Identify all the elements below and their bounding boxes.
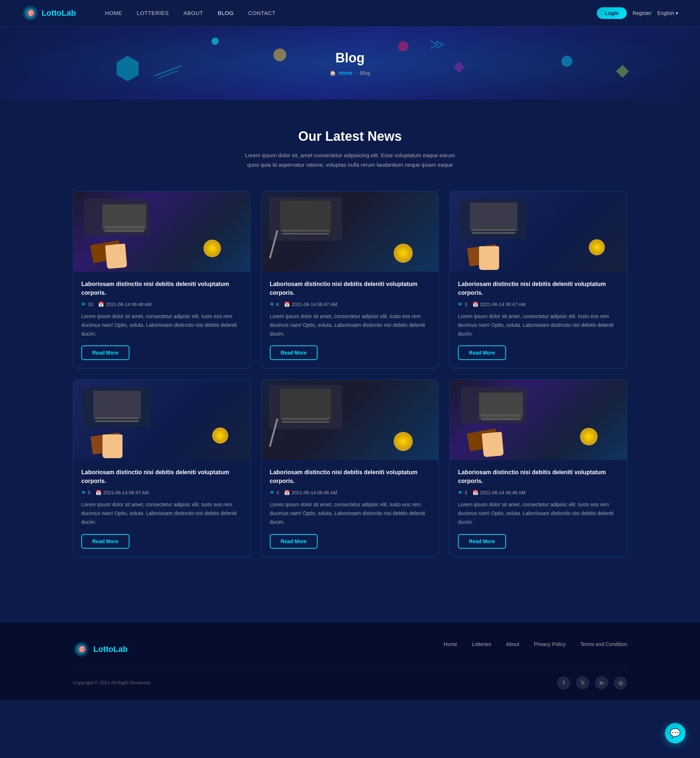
date-meta-2: 📅 2021-06-14 06:47 AM	[284, 302, 337, 307]
svg-text:🎯: 🎯	[27, 9, 35, 17]
section-header: Our Latest News Lorem ipsum dolor sit, a…	[73, 129, 627, 169]
footer-link-privacy[interactable]: Privacy Policy	[534, 641, 566, 647]
nav-links: HOME LOTTERIES ABOUT BLOG CONTACT	[105, 10, 597, 16]
eye-icon-4: 👁	[81, 490, 86, 495]
read-more-button-3[interactable]: Read More	[458, 345, 506, 360]
instagram-icon[interactable]: ◎	[614, 676, 627, 689]
footer-link-lotteries[interactable]: Lotteries	[472, 641, 491, 647]
deco-line-1	[154, 65, 181, 76]
blog-card-2: Laboriosam distinctio nisi debitis delen…	[261, 191, 439, 368]
register-button[interactable]: Register	[633, 10, 652, 16]
facebook-icon[interactable]: f	[557, 676, 570, 689]
nav-home[interactable]: HOME	[105, 10, 122, 16]
footer-bottom: Copyright © 2021 All Right Reserved f 𝕏 …	[73, 669, 627, 689]
footer-link-terms[interactable]: Terms and Condition	[580, 641, 627, 647]
nav-lotteries[interactable]: LOTTERIES	[137, 10, 169, 16]
calendar-icon-5: 📅	[284, 490, 290, 495]
breadcrumb-current: Blog	[360, 70, 370, 76]
footer-logo-icon: 🎯	[73, 641, 90, 658]
logo[interactable]: 🎯 LottoLab	[22, 5, 76, 22]
calendar-icon-4: 📅	[95, 490, 102, 495]
svg-text:🎯: 🎯	[78, 645, 86, 653]
read-more-button-4[interactable]: Read More	[81, 534, 130, 549]
deco-circle-2	[273, 49, 286, 61]
nav-contact[interactable]: CONTACT	[248, 10, 276, 16]
nav-about[interactable]: ABOUT	[183, 10, 203, 16]
date-4: 2021-06-14 06:47 AM	[103, 490, 149, 495]
blog-grid: Laboriosam distinctio nisi debitis delen…	[73, 191, 627, 557]
blog-card-4-image	[73, 380, 250, 460]
footer-top: 🎯 LottoLab Home Lotteries About Privacy …	[73, 641, 627, 658]
date-3: 2021-06-14 06:47 AM	[480, 302, 526, 307]
view-count-5: 3	[277, 490, 279, 495]
eye-icon-1: 👁	[81, 302, 86, 307]
chevron-down-icon: ▾	[676, 10, 678, 16]
deco-line-2	[157, 70, 178, 79]
blog-card-6-title: Laboriosam distinctio nisi debitis delen…	[458, 468, 619, 485]
eye-icon-3: 👁	[458, 302, 462, 307]
blog-card-2-meta: 👁 8 📅 2021-06-14 06:47 AM	[270, 302, 431, 307]
footer-logo: 🎯 LottoLab	[73, 641, 128, 658]
calendar-icon-2: 📅	[284, 302, 290, 307]
deco-lines: ≫	[430, 36, 445, 53]
blog-card-6-excerpt: Lorem ipsum dolor sit amet, consectetur …	[458, 501, 619, 526]
blog-card-2-excerpt: Lorem ipsum dolor sit amet, consectetur …	[270, 312, 431, 338]
nav-blog[interactable]: BLOG	[218, 10, 234, 16]
deco-hexagon	[117, 56, 139, 81]
date-5: 2021-06-14 06:46 AM	[292, 490, 337, 495]
blog-card-5-image	[262, 380, 439, 460]
view-count-6: 3	[464, 490, 467, 495]
deco-circle-3	[398, 41, 408, 52]
read-more-button-5[interactable]: Read More	[270, 534, 318, 549]
blog-card-4-meta: 👁 5 📅 2021-06-14 06:47 AM	[81, 490, 242, 495]
views-meta-3: 👁 3	[458, 302, 467, 307]
logo-text: LottoLab	[42, 8, 76, 18]
social-links: f 𝕏 in ◎	[557, 676, 627, 689]
breadcrumb: 🏠 Home - Blog	[330, 70, 370, 76]
deco-circle-1	[211, 38, 219, 45]
views-meta-4: 👁 5	[81, 490, 91, 495]
blog-card-4-excerpt: Lorem ipsum dolor sit amet, consectetur …	[81, 501, 242, 526]
hero-banner: ≫ Blog 🏠 Home - Blog	[0, 27, 700, 100]
view-count-2: 8	[277, 302, 279, 307]
section-title: Our Latest News	[73, 129, 627, 144]
blog-card-5-excerpt: Lorem ipsum dolor sit amet, consectetur …	[270, 501, 431, 526]
view-count-4: 5	[88, 490, 91, 495]
login-button[interactable]: Login	[597, 7, 627, 19]
blog-card-1-meta: 👁 33 📅 2021-06-14 06:48 AM	[81, 302, 242, 307]
blog-card-5-body: Laboriosam distinctio nisi debitis delen…	[262, 460, 439, 556]
deco-diamond-1	[453, 61, 464, 73]
view-count-1: 33	[88, 302, 93, 307]
language-selector[interactable]: English ▾	[657, 10, 678, 16]
breadcrumb-home-icon: 🏠	[330, 70, 336, 76]
views-meta-1: 👁 33	[81, 302, 93, 307]
read-more-button-2[interactable]: Read More	[270, 345, 318, 360]
blog-card-4: Laboriosam distinctio nisi debitis delen…	[73, 379, 250, 557]
blog-card-6-body: Laboriosam distinctio nisi debitis delen…	[450, 460, 627, 556]
deco-circle-4	[561, 56, 572, 67]
blog-card-6-image	[450, 380, 627, 460]
blog-card-3: Laboriosam distinctio nisi debitis delen…	[450, 191, 627, 368]
blog-card-4-title: Laboriosam distinctio nisi debitis delen…	[81, 468, 242, 485]
footer-link-home[interactable]: Home	[444, 641, 457, 647]
hero-title: Blog	[336, 50, 364, 66]
blog-card-5-title: Laboriosam distinctio nisi debitis delen…	[270, 468, 431, 485]
copyright: Copyright © 2021 All Right Reserved	[73, 680, 150, 685]
blog-card-3-body: Laboriosam distinctio nisi debitis delen…	[450, 272, 627, 368]
blog-card-2-image	[262, 191, 439, 272]
read-more-button-6[interactable]: Read More	[458, 534, 506, 549]
linkedin-icon[interactable]: in	[595, 676, 608, 689]
twitter-icon[interactable]: 𝕏	[576, 676, 589, 689]
blog-card-3-image	[450, 191, 627, 272]
date-meta-5: 📅 2021-06-14 06:46 AM	[284, 490, 337, 495]
navbar: 🎯 LottoLab HOME LOTTERIES ABOUT BLOG CON…	[0, 0, 700, 27]
calendar-icon-1: 📅	[98, 302, 104, 307]
blog-card-5-meta: 👁 3 📅 2021-06-14 06:46 AM	[270, 490, 431, 495]
breadcrumb-home-link[interactable]: Home	[339, 70, 352, 76]
view-count-3: 3	[464, 302, 467, 307]
footer-link-about[interactable]: About	[506, 641, 520, 647]
blog-card-1-excerpt: Lorem ipsum dolor sit amet, consectetur …	[81, 312, 242, 338]
footer-logo-text: LottoLab	[93, 645, 128, 654]
date-meta-3: 📅 2021-06-14 06:47 AM	[472, 302, 526, 307]
read-more-button-1[interactable]: Read More	[81, 345, 130, 360]
